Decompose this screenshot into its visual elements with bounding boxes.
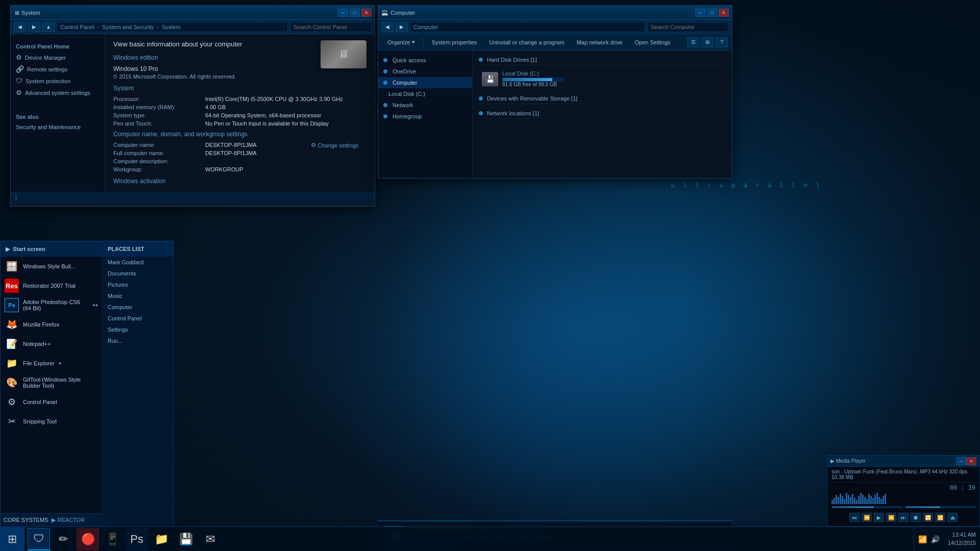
sidebar-quick-access[interactable]: Quick access [378,55,472,66]
sidebar-item-device-manager[interactable]: ⚙ Device Manager [11,52,105,63]
taskbar-clock[interactable]: 13:41 AM 14/12/2015 [944,531,980,547]
up-button[interactable]: ▲ [42,22,55,32]
app-firefox[interactable]: 🦊 Mozilla Firefox [1,315,102,334]
prev-button[interactable]: ⏮ [849,513,860,522]
comp-maximize-button[interactable]: □ [707,9,717,17]
media-minimize[interactable]: ─ [956,457,966,465]
place-mark-goddard[interactable]: Mark Goddard [103,257,173,268]
comp-back-button[interactable]: ◀ [381,22,394,32]
stop-button[interactable]: ⏹ [911,513,921,522]
breadcrumb-ss[interactable]: System and Security [102,24,154,30]
maximize-button[interactable]: □ [350,9,360,17]
app-control-panel[interactable]: ⚙ Control Panel [1,392,102,412]
shuffle-button[interactable]: 🔀 [935,513,945,522]
comp-close-button[interactable]: ✕ [719,9,729,17]
app-giftool[interactable]: 🎨 GifTool (Windows Style Builder Tool) [1,373,102,392]
sidebar-item-security-maintenance[interactable]: Security and Maintenance [11,122,105,132]
taskbar-app-folder[interactable]: 📁 [150,528,173,550]
computer-content: Quick access OneDrive Computer Local Dis… [378,51,732,178]
view-button-2[interactable]: ⊞ [701,37,714,47]
fast-forward-button[interactable]: ⏩ [886,513,896,522]
next-button[interactable]: ⏭ [898,513,909,522]
tray-volume-icon[interactable]: 🔊 [931,535,940,543]
media-volume-slider[interactable] [831,506,902,508]
system-properties-button[interactable]: System properties [427,38,482,47]
breadcrumb-sys[interactable]: System [162,24,181,30]
taskbar-app-phone[interactable]: 📱 [101,528,124,550]
sidebar-local-disk[interactable]: Local Disk (C:) [378,88,472,99]
place-documents[interactable]: Documents [103,268,173,279]
uninstall-button[interactable]: Uninstall or change a program [484,38,569,47]
visualizer-bar [852,494,853,504]
computer-window: 💻 Computer ─ □ ✕ ◀ ▶ Computer Organize ▾… [378,5,732,179]
sidebar-item-advanced[interactable]: ⚙ Advanced system settings [11,87,105,98]
comp-forward-button[interactable]: ▶ [396,22,408,32]
comp-breadcrumb[interactable]: Computer [413,24,438,30]
media-close[interactable]: ✕ [966,457,976,465]
play-button[interactable]: ▶ [874,513,884,522]
media-balance-slider[interactable] [905,506,975,508]
place-run[interactable]: Run... [103,335,173,346]
visualizer-bar [880,499,882,504]
visualizer-bar [864,497,866,504]
place-music[interactable]: Music [103,290,173,302]
search-control-panel[interactable] [290,22,372,32]
place-computer[interactable]: Computer [103,302,173,313]
hard-drives-section: Hard Disk Drives [1] [479,55,726,65]
comp-address-path[interactable]: Computer [410,22,645,32]
visualizer-bar [870,496,872,504]
local-disk-item[interactable]: 💾 Local Disk (C:) 81.6 GB free of 99.5 G… [479,68,726,89]
visualizer-bar [850,497,851,504]
help-button[interactable]: ? [716,37,728,47]
taskbar-app-red[interactable]: 🔴 [77,528,99,550]
homegroup-dot [383,114,387,118]
app-photoshop[interactable]: Ps Adobe Photoshop CS6 (64 Bit) ●● [1,295,102,315]
app-restorator[interactable]: Res Restorator 2007 Trial [1,276,102,295]
start-button[interactable]: ⊞ [0,527,24,552]
control-panel-home-label[interactable]: Control Panel Home [11,38,105,52]
app-snipping-tool[interactable]: ✂ Snipping Tool [1,412,102,431]
windows-activation-section: Windows activation [113,178,366,185]
place-settings[interactable]: Settings [103,324,173,335]
app-notepad[interactable]: 📝 Notepad++ [1,334,102,354]
address-path[interactable]: Control Panel › System and Security › Sy… [57,22,288,32]
breadcrumb-cp[interactable]: Control Panel [60,24,94,30]
open-settings-button[interactable]: Open Settings [630,38,676,47]
sidebar-onedrive[interactable]: OneDrive [378,66,472,77]
eject-button[interactable]: ⏏ [947,513,958,522]
sidebar-computer[interactable]: Computer [378,77,472,88]
back-button[interactable]: ◀ [14,22,26,32]
sidebar-homegroup[interactable]: Homegroup [378,111,472,122]
view-button-1[interactable]: ☰ [687,37,699,47]
tray-network-icon[interactable]: 📶 [918,535,927,543]
forward-button[interactable]: ▶ [28,22,40,32]
quick-access-dot [383,58,387,62]
place-control-panel[interactable]: Control Panel [103,313,173,324]
taskbar-app-mail[interactable]: ✉ [199,528,222,550]
system-main-content: View basic information about your comput… [105,34,375,192]
taskbar-app-storage[interactable]: 💾 [175,528,197,550]
taskbar-app-photoshop[interactable]: Ps [126,528,148,550]
sidebar-item-remote-settings[interactable]: 🔗 Remote settings [11,63,105,75]
search-computer[interactable] [647,22,729,32]
sidebar-network[interactable]: Network [378,99,472,111]
taskbar-app-shield[interactable]: 🛡 [28,528,50,550]
loop-button[interactable]: 🔁 [923,513,933,522]
rewind-button[interactable]: ⏪ [862,513,872,522]
close-button[interactable]: ✕ [361,9,372,17]
app-file-explorer[interactable]: 📁 File Explorer ● [1,354,102,373]
sidebar-item-system-protection[interactable]: 🛡 System protection [11,75,105,87]
taskbar-app-edit[interactable]: ✏ [52,528,75,550]
ultra-text: u l t r a p a r a l l e l [671,181,822,189]
place-pictures[interactable]: Pictures [103,279,173,290]
drive-bar [502,78,564,82]
map-drive-button[interactable]: Map network drive [572,38,628,47]
organize-button[interactable]: Organize ▾ [382,37,420,47]
change-settings-link[interactable]: ⚙ Change settings [311,142,359,148]
full-name-row: Full computer name: DESKTOP-8PI1JMA [113,150,366,156]
minimize-button[interactable]: ─ [338,9,348,17]
comp-minimize-button[interactable]: ─ [695,9,705,17]
pen-touch-row: Pen and Touch: No Pen or Touch Input is … [113,120,366,127]
visualizer-bar [878,497,880,504]
app-windows-style[interactable]: 🪟 Windows Style Buil... [1,257,102,276]
